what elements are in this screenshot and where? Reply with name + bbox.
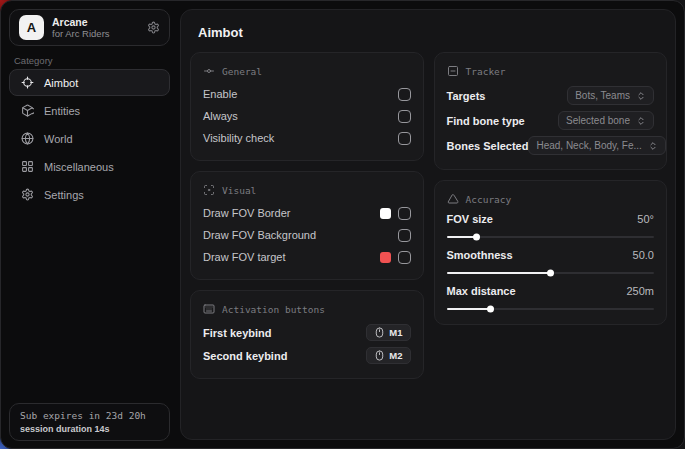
slider-thumb[interactable]	[487, 306, 494, 313]
setting-row: Draw FOV Border	[203, 202, 411, 224]
sidebar-item-settings[interactable]: Settings	[9, 181, 170, 208]
draw-fov-border-checkbox[interactable]	[398, 207, 411, 220]
slider-value: 50.0	[633, 249, 654, 261]
slider-label: Max distance	[447, 285, 516, 297]
accuracy-card-header: Accuracy	[447, 193, 655, 205]
smoothness-slider[interactable]	[447, 272, 655, 274]
max-distance-slider[interactable]	[447, 308, 655, 310]
setting-row: Draw FOV Background	[203, 224, 411, 246]
activation-card-header: Activation buttons	[203, 303, 411, 315]
globe-icon	[21, 132, 34, 145]
activation-card-title: Activation buttons	[222, 304, 325, 315]
enable-checkbox[interactable]	[398, 88, 411, 101]
app-window: A Arcane for Arc Riders Category Aimbot	[0, 0, 685, 449]
app-name: Arcane	[52, 16, 110, 28]
slider-thumb[interactable]	[547, 270, 554, 277]
setting-label: Enable	[203, 88, 237, 100]
first-keybind-button[interactable]: M1	[366, 324, 410, 341]
content-columns: General Enable Always Visibility check	[190, 52, 667, 379]
draw-fov-target-checkbox[interactable]	[398, 251, 411, 264]
setting-row: Visibility check	[203, 127, 411, 149]
setting-label: Visibility check	[203, 132, 274, 144]
general-card: General Enable Always Visibility check	[190, 52, 424, 161]
sub-expires-text: Sub expires in 23d 20h	[20, 410, 159, 421]
keybind-value: M1	[389, 327, 402, 338]
category-label: Category	[14, 55, 53, 66]
app-header: A Arcane for Arc Riders	[9, 9, 170, 46]
app-title-block: Arcane for Arc Riders	[52, 16, 110, 39]
subscription-info-box: Sub expires in 23d 20h session duration …	[9, 403, 170, 441]
draw-fov-background-checkbox[interactable]	[398, 229, 411, 242]
sidebar-item-world[interactable]: World	[9, 125, 170, 152]
setting-label: Draw FOV target	[203, 251, 286, 263]
slider-thumb[interactable]	[473, 234, 480, 241]
slider-label: Smoothness	[447, 249, 513, 261]
setting-controls	[380, 251, 411, 264]
grid-icon	[21, 160, 34, 173]
sidebar: A Arcane for Arc Riders Category Aimbot	[1, 1, 180, 448]
targets-dropdown[interactable]: Bots, Teams	[567, 86, 654, 105]
second-keybind-button[interactable]: M2	[366, 347, 410, 364]
sidebar-item-label: Miscellaneous	[44, 161, 114, 173]
setting-row: Enable	[203, 83, 411, 105]
dropdown-value: Selected bone	[566, 115, 630, 126]
smoothness-slider-group: Smoothness 50.0	[447, 247, 655, 274]
setting-row: Draw FOV target	[203, 246, 411, 268]
setting-label: Always	[203, 110, 238, 122]
header-gear-icon[interactable]	[147, 21, 160, 34]
sidebar-item-label: Entities	[44, 105, 80, 117]
slider-head: Max distance 250m	[447, 283, 655, 299]
keybind-row: Second keybind M2	[203, 344, 411, 367]
tracker-card: Tracker Targets Bots, Teams Find bone ty…	[434, 52, 668, 170]
visibility-check-checkbox[interactable]	[398, 132, 411, 145]
slider-value: 50°	[637, 213, 654, 225]
activation-card: Activation buttons First keybind M1 Seco…	[190, 290, 424, 379]
general-card-header: General	[203, 65, 411, 77]
always-checkbox[interactable]	[398, 110, 411, 123]
sidebar-item-label: Settings	[44, 189, 84, 201]
setting-row: Always	[203, 105, 411, 127]
page-title: Aimbot	[198, 25, 667, 40]
session-duration-text: session duration 14s	[20, 424, 159, 434]
visual-card-title: Visual	[222, 185, 256, 196]
fov-target-color-swatch[interactable]	[380, 252, 391, 263]
dropdown-label: Bones Selected	[447, 140, 529, 152]
visual-card: Visual Draw FOV Border Draw FOV Backgrou…	[190, 171, 424, 280]
dropdown-row: Targets Bots, Teams	[447, 83, 655, 108]
gear-icon	[21, 188, 34, 201]
sidebar-item-label: World	[44, 133, 73, 145]
dropdown-label: Find bone type	[447, 115, 525, 127]
slider-head: Smoothness 50.0	[447, 247, 655, 263]
accuracy-card: Accuracy FOV size 50°	[434, 180, 668, 325]
fov-size-slider-group: FOV size 50°	[447, 211, 655, 238]
chevrons-up-down-icon	[636, 91, 646, 101]
left-column: General Enable Always Visibility check	[190, 52, 424, 379]
app-logo: A	[19, 15, 44, 40]
sidebar-item-aimbot[interactable]: Aimbot	[9, 69, 170, 96]
dropdown-row: Find bone type Selected bone	[447, 108, 655, 133]
chevrons-up-down-icon	[648, 141, 658, 151]
fov-size-slider[interactable]	[447, 236, 655, 238]
general-card-title: General	[222, 66, 262, 77]
mouse-icon	[374, 327, 385, 338]
sidebar-item-label: Aimbot	[44, 77, 78, 89]
find-bone-type-dropdown[interactable]: Selected bone	[558, 111, 654, 130]
minus-square-icon	[447, 65, 459, 77]
chevrons-up-down-icon	[636, 116, 646, 126]
dropdown-row: Bones Selected Head, Neck, Body, Fe...	[447, 133, 655, 158]
dropdown-label: Targets	[447, 90, 486, 102]
setting-label: Draw FOV Background	[203, 229, 316, 241]
fov-border-color-swatch[interactable]	[380, 208, 391, 219]
keybind-value: M2	[389, 350, 402, 361]
setting-controls	[380, 207, 411, 220]
bones-selected-dropdown[interactable]: Head, Neck, Body, Fe...	[528, 136, 665, 155]
tracker-card-title: Tracker	[466, 66, 506, 77]
mouse-icon	[374, 350, 385, 361]
setting-label: Draw FOV Border	[203, 207, 290, 219]
sidebar-item-miscellaneous[interactable]: Miscellaneous	[9, 153, 170, 180]
slider-head: FOV size 50°	[447, 211, 655, 227]
slider-fill	[447, 236, 476, 238]
visual-card-header: Visual	[203, 184, 411, 196]
slider-fill	[447, 272, 551, 274]
sidebar-item-entities[interactable]: Entities	[9, 97, 170, 124]
